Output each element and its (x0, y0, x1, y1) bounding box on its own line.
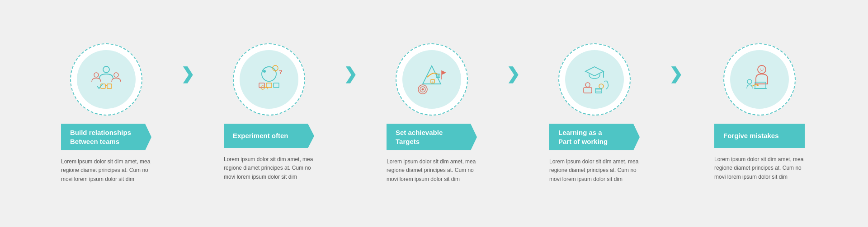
svg-rect-11 (274, 83, 279, 88)
svg-point-2 (114, 73, 118, 77)
item-wrapper-5: Forgive mistakes Lorem ipsum dolor sit d… (678, 43, 841, 181)
item-forgive: Forgive mistakes Lorem ipsum dolor sit d… (678, 43, 841, 181)
icon-team (88, 61, 124, 97)
svg-text:1: 1 (432, 80, 434, 84)
svg-point-29 (585, 83, 590, 87)
item-learning: Learning as a Part of working Lorem ipsu… (515, 43, 674, 184)
svg-marker-26 (442, 70, 446, 75)
svg-point-20 (422, 88, 424, 91)
svg-point-0 (103, 66, 109, 73)
label-build-relationships: Build relationships Between teams (61, 124, 151, 150)
svg-rect-30 (584, 88, 592, 93)
svg-rect-9 (259, 83, 264, 88)
label-forgive: Forgive mistakes (714, 124, 805, 148)
svg-rect-4 (107, 84, 112, 88)
svg-rect-3 (101, 84, 105, 88)
label-targets: Set achievable Targets (387, 124, 477, 150)
svg-text:2: 2 (437, 74, 439, 79)
item-wrapper-1: Build relationships Between teams Lorem … (27, 43, 190, 184)
circle-learning (558, 43, 631, 116)
circle-build-relationships (70, 43, 142, 116)
svg-point-37 (760, 69, 761, 69)
desc-build-relationships: Lorem ipsum dolor sit dim amet, mea regi… (59, 158, 154, 184)
item-wrapper-2: ? Experiment often Lorem ipsum dolor sit… (190, 43, 353, 181)
item-wrapper-4: Learning as a Part of working Lorem ipsu… (515, 43, 678, 184)
icon-targets: 2 1 (414, 61, 450, 97)
item-experiment: ? Experiment often Lorem ipsum dolor sit… (190, 43, 348, 181)
icon-learning (576, 61, 613, 97)
svg-point-38 (763, 69, 764, 69)
svg-rect-10 (266, 83, 272, 88)
desc-targets: Lorem ipsum dolor sit dim amet, mea regi… (384, 158, 479, 184)
circle-experiment: ? (233, 43, 305, 116)
desc-forgive: Lorem ipsum dolor sit dim amet, mea regi… (712, 155, 807, 181)
svg-point-31 (599, 84, 604, 88)
label-experiment: Experiment often (224, 124, 314, 148)
svg-point-1 (94, 73, 99, 77)
svg-marker-27 (585, 67, 604, 76)
circle-targets: 2 1 (396, 43, 468, 116)
icon-experiment: ? (251, 61, 287, 97)
desc-experiment: Lorem ipsum dolor sit dim amet, mea regi… (222, 155, 316, 181)
label-learning: Learning as a Part of working (549, 124, 640, 150)
item-build-relationships: Build relationships Between teams Lorem … (27, 43, 185, 184)
svg-point-6 (263, 70, 266, 73)
svg-point-42 (757, 84, 759, 86)
infographic-container: Build relationships Between teams Lorem … (0, 34, 868, 193)
svg-rect-33 (595, 88, 602, 93)
item-wrapper-3: 2 1 Set achievable Targets Lorem ipsum d… (353, 43, 515, 184)
svg-point-41 (747, 79, 752, 84)
svg-point-5 (262, 67, 276, 81)
item-targets: 2 1 Set achievable Targets Lorem ipsum d… (353, 43, 511, 184)
icon-forgive (741, 61, 778, 97)
circle-forgive (723, 43, 796, 116)
svg-point-36 (758, 65, 766, 74)
svg-text:?: ? (279, 69, 282, 75)
desc-learning: Lorem ipsum dolor sit dim amet, mea regi… (547, 158, 642, 184)
